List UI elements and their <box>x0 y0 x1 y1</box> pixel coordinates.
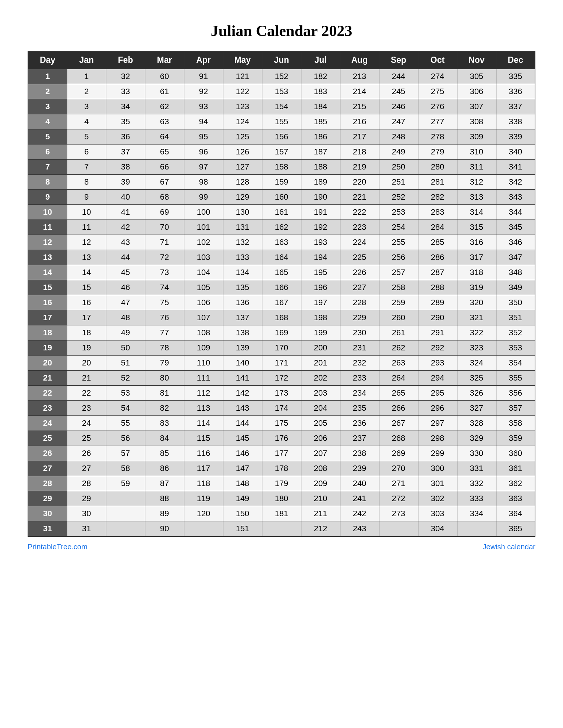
value-cell: 162 <box>262 220 301 235</box>
value-cell: 107 <box>184 310 223 325</box>
value-cell: 113 <box>184 401 223 416</box>
value-cell: 324 <box>457 356 496 371</box>
value-cell: 138 <box>223 325 262 340</box>
value-cell: 172 <box>262 371 301 386</box>
value-cell: 245 <box>379 84 418 99</box>
value-cell: 53 <box>106 386 145 401</box>
value-cell: 171 <box>262 356 301 371</box>
printabletree-link[interactable]: PrintableTree.com <box>28 543 88 551</box>
table-row: 44356394124155185216247277308338 <box>28 114 535 129</box>
value-cell: 219 <box>340 160 379 175</box>
value-cell: 181 <box>262 506 301 521</box>
value-cell: 134 <box>223 265 262 280</box>
table-row: 22225381112142173203234265295326356 <box>28 386 535 401</box>
value-cell: 67 <box>145 175 184 190</box>
value-cell: 95 <box>184 129 223 144</box>
value-cell: 287 <box>418 265 457 280</box>
value-cell: 48 <box>106 310 145 325</box>
column-header-feb: Feb <box>106 51 145 69</box>
value-cell: 224 <box>340 235 379 250</box>
value-cell: 65 <box>145 144 184 160</box>
day-cell: 22 <box>28 386 67 401</box>
value-cell: 167 <box>262 295 301 310</box>
value-cell: 130 <box>223 205 262 220</box>
column-header-may: May <box>223 51 262 69</box>
value-cell: 211 <box>301 506 340 521</box>
value-cell: 126 <box>223 144 262 160</box>
value-cell: 235 <box>340 401 379 416</box>
value-cell: 68 <box>145 190 184 205</box>
value-cell: 170 <box>262 340 301 356</box>
value-cell: 44 <box>106 250 145 265</box>
value-cell: 59 <box>106 476 145 491</box>
value-cell: 348 <box>496 265 535 280</box>
value-cell: 251 <box>379 175 418 190</box>
value-cell: 342 <box>496 175 535 190</box>
value-cell: 135 <box>223 280 262 295</box>
value-cell: 334 <box>457 506 496 521</box>
day-cell: 28 <box>28 476 67 491</box>
value-cell: 60 <box>145 69 184 84</box>
value-cell: 1 <box>67 69 106 84</box>
day-cell: 17 <box>28 310 67 325</box>
value-cell: 331 <box>457 461 496 476</box>
value-cell: 278 <box>418 129 457 144</box>
value-cell: 81 <box>145 386 184 401</box>
column-header-jul: Jul <box>301 51 340 69</box>
value-cell: 110 <box>184 356 223 371</box>
value-cell: 11 <box>67 220 106 235</box>
day-cell: 26 <box>28 446 67 461</box>
value-cell: 353 <box>496 340 535 356</box>
value-cell: 237 <box>340 431 379 446</box>
value-cell <box>184 521 223 537</box>
value-cell: 317 <box>457 250 496 265</box>
value-cell: 222 <box>340 205 379 220</box>
value-cell: 29 <box>67 491 106 506</box>
value-cell: 238 <box>340 446 379 461</box>
value-cell: 209 <box>301 476 340 491</box>
value-cell: 144 <box>223 416 262 431</box>
value-cell: 124 <box>223 114 262 129</box>
table-row: 28285987118148179209240271301332362 <box>28 476 535 491</box>
day-cell: 27 <box>28 461 67 476</box>
day-cell: 4 <box>28 114 67 129</box>
table-row: 20205179110140171201232263293324354 <box>28 356 535 371</box>
value-cell: 66 <box>145 160 184 175</box>
value-cell: 26 <box>67 446 106 461</box>
value-cell: 71 <box>145 235 184 250</box>
value-cell: 248 <box>379 129 418 144</box>
column-header-dec: Dec <box>496 51 535 69</box>
value-cell: 154 <box>262 99 301 114</box>
value-cell: 300 <box>418 461 457 476</box>
day-cell: 16 <box>28 295 67 310</box>
value-cell: 290 <box>418 310 457 325</box>
value-cell: 10 <box>67 205 106 220</box>
value-cell: 36 <box>106 129 145 144</box>
value-cell: 14 <box>67 265 106 280</box>
value-cell: 196 <box>301 280 340 295</box>
value-cell: 288 <box>418 280 457 295</box>
value-cell <box>457 521 496 537</box>
value-cell: 73 <box>145 265 184 280</box>
value-cell: 202 <box>301 371 340 386</box>
value-cell: 152 <box>262 69 301 84</box>
value-cell: 277 <box>418 114 457 129</box>
value-cell: 27 <box>67 461 106 476</box>
value-cell <box>106 521 145 537</box>
value-cell: 143 <box>223 401 262 416</box>
value-cell: 244 <box>379 69 418 84</box>
value-cell: 115 <box>184 431 223 446</box>
value-cell: 291 <box>418 325 457 340</box>
value-cell <box>262 521 301 537</box>
value-cell: 203 <box>301 386 340 401</box>
value-cell: 346 <box>496 235 535 250</box>
value-cell: 24 <box>67 416 106 431</box>
value-cell: 230 <box>340 325 379 340</box>
value-cell: 75 <box>145 295 184 310</box>
value-cell: 70 <box>145 220 184 235</box>
value-cell: 121 <box>223 69 262 84</box>
jewish-calendar-link[interactable]: Jewish calendar <box>483 543 535 551</box>
value-cell: 39 <box>106 175 145 190</box>
value-cell: 112 <box>184 386 223 401</box>
value-cell: 299 <box>418 446 457 461</box>
